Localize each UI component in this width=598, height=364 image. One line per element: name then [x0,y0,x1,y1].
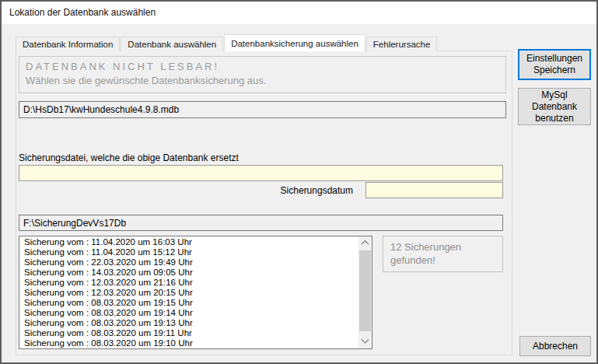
backup-folder-field[interactable]: F:\SicherungDevVs17Db [19,215,503,231]
mysql-database-button[interactable]: MySql Datenbank benutzen [518,88,591,125]
dialog-window: Lokation der Datenbank auswählen Datenba… [0,0,598,364]
list-item[interactable]: Sicherung vom : 08.03.2020 um 19:11 Uhr [19,328,358,338]
scroll-down-button[interactable] [358,335,372,348]
backup-file-input[interactable] [19,165,503,181]
list-item[interactable]: Sicherung vom : 08.03.2020 um 19:10 Uhr [19,338,358,348]
list-item[interactable]: Sicherung vom : 08.03.2020 um 19:15 Uhr [19,298,358,308]
list-item[interactable]: Sicherung vom : 12.03.2020 um 20:15 Uhr [19,288,358,298]
backup-listbox[interactable]: Sicherung vom : 11.04.2020 um 16:03 UhrS… [19,236,372,349]
tab-datenbank-information[interactable]: Datenbank Information [16,37,120,51]
database-path-field[interactable]: D:\HsDb17\kwHundeschule4.9.8.mdb [19,101,506,118]
title-bar: Lokation der Datenbank auswählen [2,2,596,24]
tab-datenbank-auswaehlen[interactable]: Datenbank auswählen [121,37,223,51]
list-item[interactable]: Sicherung vom : 22.03.2020 um 19:49 Uhr [19,257,358,268]
list-item[interactable]: Sicherung vom : 11.04.2020 um 15:12 Uhr [19,247,358,257]
list-item[interactable]: Sicherung vom : 12.03.2020 um 21:16 Uhr [19,278,358,288]
backup-date-input[interactable] [365,182,503,198]
backup-date-label: Sicherungsdatum [266,185,353,196]
tab-fehlerursache[interactable]: Fehlerursache [366,37,438,51]
scrollbar[interactable] [358,236,372,348]
scrollbar-thumb[interactable] [359,250,371,331]
window-title: Lokation der Datenbank auswählen [9,2,156,24]
list-item[interactable]: Sicherung vom : 08.03.2020 um 19:13 Uhr [19,318,358,328]
notice-box: DATENBANK NICHT LESBAR! Wählen sie die g… [19,56,506,93]
list-item[interactable]: Sicherung vom : 08.03.2020 um 19:14 Uhr [19,308,358,318]
notice-subtitle: Wählen sie die gewünschte Datenbanksiche… [26,75,266,86]
backup-count-box: 12 Sicherungen gefunden! [383,236,503,272]
cancel-button[interactable]: Abbrechen [519,336,591,356]
tabstrip: Datenbank Information Datenbank auswähle… [16,34,438,51]
list-item[interactable]: Sicherung vom : 14.03.2020 um 09:05 Uhr [19,268,358,278]
backup-file-label: Sicherungsdatei, welche die obige Datenb… [19,152,239,163]
tab-datenbanksicherung-auswaehlen[interactable]: Datenbanksicherung auswählen [224,34,365,51]
chevron-up-icon [362,240,369,248]
notice-title: DATENBANK NICHT LESBAR! [26,61,219,72]
backup-list: Sicherung vom : 11.04.2020 um 16:03 UhrS… [19,237,358,348]
scroll-up-button[interactable] [358,236,372,250]
chevron-down-icon [362,336,369,344]
save-settings-button[interactable]: Einstellungen Speichern [518,49,591,80]
list-item[interactable]: Sicherung vom : 11.04.2020 um 16:03 Uhr [19,237,358,247]
